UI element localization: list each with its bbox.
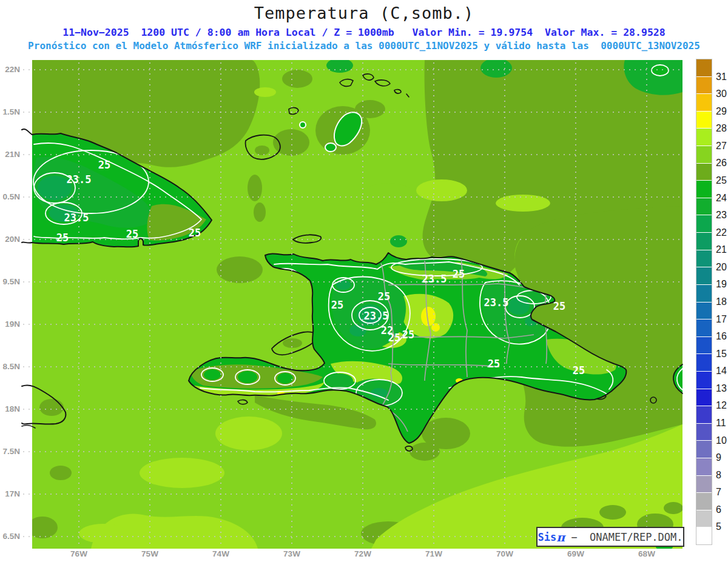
colorbar-tick-label: 6: [716, 504, 721, 515]
colorbar-segment: [696, 527, 712, 544]
contour-label: 25: [189, 227, 201, 239]
colorbar-segment: [696, 319, 712, 337]
lat-tick-label: 19N: [0, 319, 20, 329]
contour-label: 25: [553, 300, 565, 312]
colorbar-segment: [696, 476, 712, 493]
colorbar-segment: [696, 250, 712, 268]
sea-olive-blob: [599, 505, 626, 520]
sea-olive-blob: [248, 175, 262, 201]
contour-label: 23.5: [364, 310, 389, 322]
sea-olive-blob: [410, 443, 440, 461]
colorbar-tick-label: 13: [716, 383, 727, 394]
contour-label: 25: [453, 268, 465, 280]
colorbar-segment: [696, 458, 712, 476]
sea-cool-spot: [390, 235, 407, 247]
sea-light-blob: [416, 179, 467, 201]
colorbar-segment: [696, 59, 712, 77]
colorbar-segment: [696, 215, 712, 233]
sea-olive-blob: [27, 517, 58, 538]
colorbar-segment: [696, 441, 712, 458]
sea-light-blob: [254, 87, 276, 97]
colorbar-segment: [696, 267, 712, 285]
sea-light-blob: [140, 458, 224, 488]
colorbar-tick-label: 7: [716, 487, 721, 498]
sea-light-blob: [215, 416, 282, 450]
colorbar-segment: [696, 233, 712, 250]
jamaica-interior: [39, 399, 64, 416]
sea-olive-blob: [254, 202, 266, 222]
caicos-cool-pocket: [300, 122, 306, 128]
colorbar-tick-label: 18: [716, 296, 727, 307]
contour-label: 25: [126, 228, 138, 240]
lon-tick-label: 72W: [345, 549, 381, 558]
colorbar-segment: [696, 164, 712, 181]
pi-symbol: π: [556, 530, 565, 544]
lon-tick-label: 70W: [487, 549, 523, 558]
colorbar-segment: [696, 424, 712, 441]
tiburon-cool-pocket: [238, 371, 257, 383]
colorbar-segment: [696, 146, 712, 164]
great-inagua-interior: [255, 146, 269, 155]
watermark-sispi-text: Sis: [538, 531, 556, 543]
tiburon-cool-pocket: [277, 373, 293, 384]
lat-tick-label: 22N: [0, 65, 20, 74]
lat-tick-label: 9.5N: [0, 277, 20, 286]
lon-tick-label: 73W: [274, 549, 310, 558]
colorbar-tick-label: 14: [716, 366, 727, 376]
contour-label: 23.5: [64, 212, 89, 224]
contour-label: 25: [378, 290, 390, 303]
colorbar-segment: [696, 285, 712, 303]
colorbar-tick-label: 20: [716, 262, 727, 273]
colorbar-tick-label: 19: [716, 279, 727, 290]
lat-tick-label: 18N: [0, 404, 20, 413]
colorbar-tick-label: 12: [716, 400, 727, 411]
caicos-cool-pocket: [325, 143, 336, 152]
colorbar-segment: [696, 510, 712, 528]
colorbar-segment: [696, 303, 712, 320]
colorbar-segment: [696, 77, 712, 95]
lon-tick-label: 76W: [61, 549, 97, 558]
contour-label: 23.5: [422, 273, 447, 285]
sea-olive-blob: [217, 256, 263, 283]
colorbar-segment: [696, 181, 712, 198]
selle-cool: [326, 373, 353, 388]
sea-cool-blob: [480, 58, 512, 78]
map-canvas: 2523.523.525252523.525252523.522252523.5…: [0, 0, 728, 562]
colorbar-segment: [696, 406, 712, 424]
colorbar-segment: [696, 493, 712, 510]
sea-light-blob: [79, 524, 127, 543]
lat-tick-label: 20N: [0, 235, 20, 244]
colorbar-tick-label: 29: [716, 106, 727, 117]
lat-tick-label: 0.5N: [0, 192, 20, 201]
colorbar-tick-label: 10: [716, 435, 727, 446]
sea-cool-core: [652, 65, 669, 76]
colorbar-segment: [696, 129, 712, 146]
colorbar-segment: [696, 198, 712, 216]
colorbar-tick-label: 31: [716, 72, 727, 82]
colorbar-tick-label: 17: [716, 314, 727, 325]
colorbar-tick-label: 21: [716, 244, 727, 255]
colorbar-segment: [696, 372, 712, 389]
lon-tick-label: 71W: [416, 549, 452, 558]
longitude-axis: 76W75W74W73W72W71W70W69W68W: [0, 549, 728, 561]
contour-label: 23.5: [484, 296, 509, 309]
colorbar-tick-label: 30: [716, 89, 727, 99]
lat-tick-label: 6.5N: [0, 532, 20, 541]
colorbar-tick-label: 23: [716, 210, 727, 221]
colorbar-tick-label: 9: [716, 452, 721, 463]
colorbar-tick-label: 26: [716, 158, 727, 169]
contour-label: 25: [388, 332, 400, 344]
contour-label: 25: [402, 329, 414, 341]
colorbar-segment: [696, 337, 712, 355]
lon-tick-label: 68W: [629, 549, 665, 558]
colorbar-tick-label: 28: [716, 123, 727, 134]
lon-tick-label: 75W: [132, 549, 168, 558]
colorbar-segment: [696, 354, 712, 372]
lat-tick-label: 17N: [0, 489, 20, 498]
colorbar-tick-label: 15: [716, 349, 727, 360]
lat-tick-label: 21N: [0, 150, 20, 159]
watermark-box: Sis π − ONAMET/REP.DOM.: [536, 527, 684, 547]
weather-map-page: Temperatura (C,somb.) 11−Nov−2025 1200 U…: [0, 0, 728, 562]
watermark-org-text: − ONAMET/REP.DOM.: [565, 531, 682, 543]
colorbar-tick-label: 8: [716, 470, 721, 481]
